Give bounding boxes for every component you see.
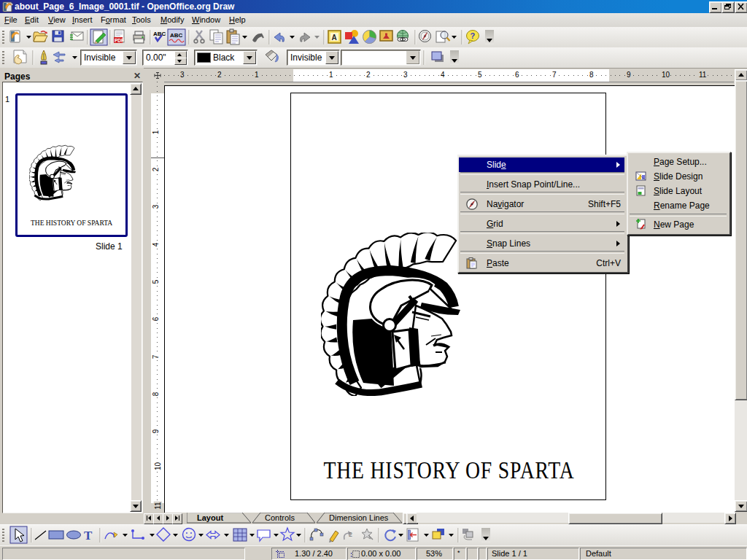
svg-text:ABC: ABC (153, 31, 166, 37)
svg-text:ABC: ABC (170, 32, 183, 39)
svg-text:2: 2 (349, 531, 352, 538)
svg-text:A: A (332, 34, 337, 42)
svg-text:PDF: PDF (115, 38, 124, 43)
svg-text:?: ? (471, 31, 476, 40)
svg-text:T: T (84, 529, 93, 542)
